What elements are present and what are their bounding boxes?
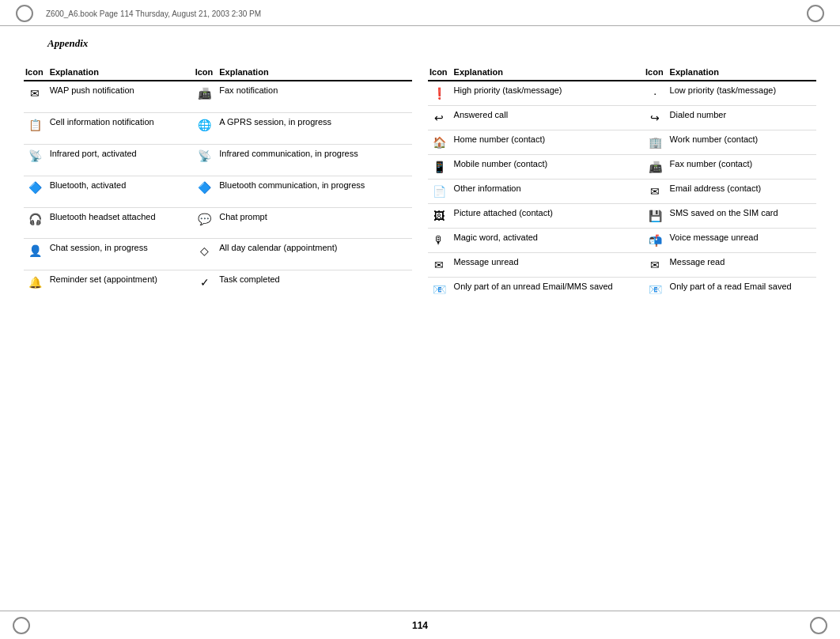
right-icon2-cell-7: ✉ xyxy=(644,253,668,278)
right-icon2-cell-1: ↪ xyxy=(644,106,668,130)
left-icon-3: 🔷 xyxy=(26,180,44,197)
right-icon-cell-8: 📧 xyxy=(428,278,452,302)
left-header-icon1: Icon xyxy=(24,66,48,81)
right-icon2-cell-3: 📠 xyxy=(644,155,668,180)
right-icon2-3: 📠 xyxy=(646,158,664,176)
right-icon-cell-5: 🖼 xyxy=(428,204,452,229)
left-explanation2-cell-3: Bluetooth communication, in progress xyxy=(218,176,412,207)
right-explanation-cell-3: Mobile number (contact) xyxy=(452,155,644,180)
right-table-row: ↩ Answered call ↪ Dialed number xyxy=(428,106,816,130)
left-table-row: 🔔 Reminder set (appointment) ✓ Task comp… xyxy=(24,270,412,301)
right-explanation-cell-6: Magic word, activated xyxy=(452,229,644,253)
right-icon2-cell-2: 🏢 xyxy=(644,130,668,155)
right-explanation-cell-2: Home number (contact) xyxy=(452,130,644,155)
right-explanation2-cell-3: Fax number (contact) xyxy=(668,155,816,180)
right-header-icon2: Icon xyxy=(644,66,668,81)
right-icon-5: 🖼 xyxy=(430,207,448,225)
right-table-row: 📄 Other information ✉ Email address (con… xyxy=(428,180,816,204)
left-explanation2-cell-2: Infrared communication, in progress xyxy=(218,144,412,176)
left-icon2-4: 💬 xyxy=(196,211,214,229)
right-icon-7: ✉ xyxy=(430,256,448,274)
left-explanation-cell-3: Bluetooth, activated xyxy=(48,176,194,207)
right-icon2-cell-8: 📧 xyxy=(644,278,668,302)
left-explanation2-cell-6: Task completed xyxy=(218,270,412,301)
left-explanation2-cell-0: Fax notification xyxy=(218,81,412,113)
right-icon-1: ↩ xyxy=(430,109,448,127)
left-icon2-5: ◇ xyxy=(196,242,214,259)
main-content: Icon Explanation Icon Explanation ✉ WAP … xyxy=(0,50,840,317)
left-header-icon2: Icon xyxy=(194,66,218,81)
left-table-row: 🔷 Bluetooth, activated 🔷 Bluetooth commu… xyxy=(24,176,412,207)
right-icon-3: 📱 xyxy=(430,158,448,176)
right-icon-2: 🏠 xyxy=(430,134,448,151)
left-table-row: 👤 Chat session, in progress ◇ All day ca… xyxy=(24,239,412,270)
left-icon-cell-3: 🔷 xyxy=(24,176,48,207)
left-icon-cell-6: 🔔 xyxy=(24,270,48,301)
right-explanation-cell-0: High priority (task/message) xyxy=(452,81,644,106)
right-explanation2-cell-4: Email address (contact) xyxy=(668,180,816,204)
left-table: Icon Explanation Icon Explanation ✉ WAP … xyxy=(24,66,412,301)
right-icon-cell-4: 📄 xyxy=(428,180,452,204)
right-table-row: 🏠 Home number (contact) 🏢 Work number (c… xyxy=(428,130,816,155)
right-icon2-cell-4: ✉ xyxy=(644,180,668,204)
left-icon-5: 👤 xyxy=(26,242,44,259)
left-icon2-2: 📡 xyxy=(196,148,214,165)
top-corner-ornament-right xyxy=(807,5,824,22)
right-icon-4: 📄 xyxy=(430,183,448,200)
page-number: 114 xyxy=(412,620,428,631)
left-icon-6: 🔔 xyxy=(26,274,44,291)
right-icon2-cell-5: 💾 xyxy=(644,204,668,229)
left-icon2-cell-4: 💬 xyxy=(194,207,218,239)
left-icon2-cell-1: 🌐 xyxy=(194,113,218,145)
right-header-icon1: Icon xyxy=(428,66,452,81)
right-header-explanation1: Explanation xyxy=(452,66,644,81)
right-explanation2-cell-1: Dialed number xyxy=(668,106,816,130)
right-explanation-cell-7: Message unread xyxy=(452,253,644,278)
right-icon2-7: ✉ xyxy=(646,256,664,274)
right-icon2-6: 📬 xyxy=(646,232,664,249)
right-icon-6: 🎙 xyxy=(430,232,448,249)
top-bar: Z600_A6.book Page 114 Thursday, August 2… xyxy=(0,0,840,26)
right-icon2-cell-0: · xyxy=(644,81,668,106)
right-table-row: 🖼 Picture attached (contact) 💾 SMS saved… xyxy=(428,204,816,229)
right-table: Icon Explanation Icon Explanation ❗ High… xyxy=(428,66,816,301)
book-info: Z600_A6.book Page 114 Thursday, August 2… xyxy=(46,9,261,18)
right-icon-cell-0: ❗ xyxy=(428,81,452,106)
right-icon-cell-2: 🏠 xyxy=(428,130,452,155)
right-table-row: 🎙 Magic word, activated 📬 Voice message … xyxy=(428,229,816,253)
left-header-explanation1: Explanation xyxy=(48,66,194,81)
left-explanation-cell-6: Reminder set (appointment) xyxy=(48,270,194,301)
right-table-row: ✉ Message unread ✉ Message read xyxy=(428,253,816,278)
right-explanation2-cell-2: Work number (contact) xyxy=(668,130,816,155)
left-icon2-cell-5: ◇ xyxy=(194,239,218,270)
left-icon-cell-4: 🎧 xyxy=(24,207,48,239)
left-explanation2-cell-4: Chat prompt xyxy=(218,207,412,239)
left-table-row: 📡 Infrared port, activated 📡 Infrared co… xyxy=(24,144,412,176)
right-icon-cell-1: ↩ xyxy=(428,106,452,130)
left-icon2-cell-2: 📡 xyxy=(194,144,218,176)
top-corner-ornament-left xyxy=(16,5,33,22)
right-explanation2-cell-7: Message read xyxy=(668,253,816,278)
left-explanation-cell-4: Bluetooth headset attached xyxy=(48,207,194,239)
right-explanation-cell-5: Picture attached (contact) xyxy=(452,204,644,229)
right-explanation2-cell-6: Voice message unread xyxy=(668,229,816,253)
left-table-row: ✉ WAP push notification 📠 Fax notificati… xyxy=(24,81,412,113)
right-icon2-1: ↪ xyxy=(646,109,664,127)
left-explanation-cell-0: WAP push notification xyxy=(48,81,194,113)
left-table-row: 📋 Cell information notification 🌐 A GPRS… xyxy=(24,113,412,145)
left-explanation2-cell-5: All day calendar (appointment) xyxy=(218,239,412,270)
right-explanation-cell-1: Answered call xyxy=(452,106,644,130)
right-table-row: ❗ High priority (task/message) · Low pri… xyxy=(428,81,816,106)
right-header-explanation2: Explanation xyxy=(668,66,816,81)
left-icon-cell-5: 👤 xyxy=(24,239,48,270)
appendix-label: Appendix xyxy=(47,37,840,50)
left-icon-cell-0: ✉ xyxy=(24,81,48,113)
left-icon-0: ✉ xyxy=(26,85,44,102)
right-icon2-5: 💾 xyxy=(646,207,664,225)
right-table-row: 📱 Mobile number (contact) 📠 Fax number (… xyxy=(428,155,816,180)
left-icon-4: 🎧 xyxy=(26,211,44,229)
left-table-row: 🎧 Bluetooth headset attached 💬 Chat prom… xyxy=(24,207,412,239)
left-icon2-6: ✓ xyxy=(196,274,214,291)
left-icon2-cell-3: 🔷 xyxy=(194,176,218,207)
right-explanation2-cell-5: SMS saved on the SIM card xyxy=(668,204,816,229)
